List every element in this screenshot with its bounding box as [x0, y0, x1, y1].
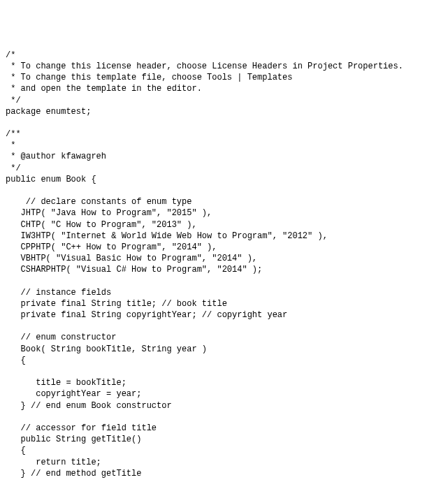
code-block: /* * To change this license header, choo… [6, 50, 448, 489]
